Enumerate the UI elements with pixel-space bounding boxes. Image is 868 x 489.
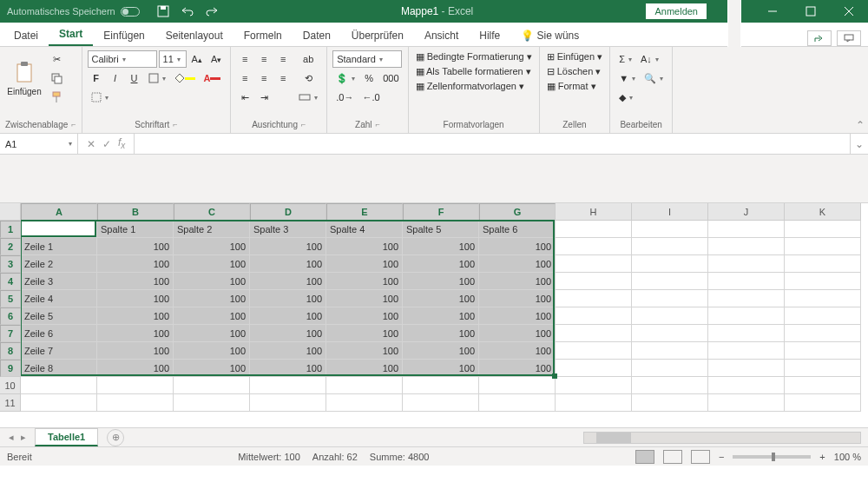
number-launcher-icon[interactable]: ⌐ bbox=[375, 120, 379, 129]
cell[interactable]: 100 bbox=[403, 360, 479, 377]
cell[interactable]: Zeile 8 bbox=[21, 360, 97, 377]
decrease-decimal-icon[interactable]: ←.0 bbox=[358, 89, 383, 106]
tab-daten[interactable]: Daten bbox=[293, 25, 341, 46]
cell[interactable]: 100 bbox=[403, 238, 479, 255]
cell[interactable]: 100 bbox=[97, 238, 174, 255]
cell[interactable] bbox=[708, 325, 785, 342]
cell[interactable] bbox=[708, 255, 785, 273]
format-cells-button[interactable]: ▦ Format ▾ bbox=[545, 80, 598, 93]
copy-icon[interactable] bbox=[47, 69, 66, 87]
cell[interactable]: 100 bbox=[97, 360, 174, 377]
cell[interactable]: Spalte 3 bbox=[250, 221, 326, 238]
cell[interactable] bbox=[785, 307, 861, 325]
cell[interactable] bbox=[250, 377, 326, 394]
tab-datei[interactable]: Datei bbox=[3, 25, 49, 46]
cell[interactable] bbox=[785, 394, 861, 412]
zoom-level[interactable]: 100 % bbox=[834, 452, 861, 462]
cell[interactable]: 100 bbox=[250, 325, 326, 342]
cell[interactable]: 100 bbox=[403, 290, 479, 307]
column-header[interactable]: F bbox=[403, 203, 479, 221]
font-name-select[interactable]: Calibri▾ bbox=[88, 50, 157, 68]
cell[interactable]: 100 bbox=[403, 255, 479, 273]
merge-icon[interactable]: ▾ bbox=[295, 89, 321, 106]
cell[interactable] bbox=[556, 221, 632, 238]
cell[interactable] bbox=[708, 273, 785, 290]
name-box[interactable]: A1▾ bbox=[0, 134, 78, 154]
cell[interactable] bbox=[250, 394, 326, 412]
cell[interactable] bbox=[174, 394, 250, 412]
zoom-out-icon[interactable]: − bbox=[719, 452, 724, 462]
cell[interactable]: 100 bbox=[479, 255, 556, 273]
cell[interactable]: 100 bbox=[97, 342, 174, 360]
column-header[interactable]: I bbox=[632, 203, 708, 221]
tab-hilfe[interactable]: Hilfe bbox=[469, 25, 510, 46]
align-top-icon[interactable]: ≡ bbox=[236, 50, 253, 68]
cell[interactable] bbox=[785, 290, 861, 307]
borders-menu-icon[interactable]: ▾ bbox=[88, 89, 112, 106]
border-icon[interactable]: ▾ bbox=[145, 69, 169, 87]
fill-color-icon[interactable] bbox=[171, 69, 199, 87]
cell[interactable] bbox=[556, 360, 632, 377]
tab-einfuegen[interactable]: Einfügen bbox=[93, 25, 155, 46]
bold-button[interactable]: F bbox=[88, 69, 105, 87]
enter-formula-icon[interactable]: ✓ bbox=[102, 138, 111, 150]
cell[interactable] bbox=[785, 325, 861, 342]
sheet-tab-active[interactable]: Tabelle1 bbox=[35, 428, 98, 446]
cell[interactable] bbox=[785, 221, 861, 238]
cell[interactable] bbox=[708, 307, 785, 325]
cancel-formula-icon[interactable]: ✕ bbox=[87, 138, 95, 150]
cell[interactable]: 100 bbox=[479, 342, 556, 360]
cell[interactable] bbox=[785, 377, 861, 394]
row-header[interactable]: 11 bbox=[0, 394, 21, 412]
cell[interactable]: 100 bbox=[326, 342, 403, 360]
cell[interactable]: 100 bbox=[326, 360, 403, 377]
cell[interactable]: 100 bbox=[250, 307, 326, 325]
cell[interactable] bbox=[632, 342, 708, 360]
cell[interactable]: 100 bbox=[403, 273, 479, 290]
signin-button[interactable]: Anmelden bbox=[646, 3, 707, 19]
cell[interactable]: 100 bbox=[174, 273, 250, 290]
cell[interactable] bbox=[785, 238, 861, 255]
cell[interactable] bbox=[97, 377, 174, 394]
cell[interactable] bbox=[556, 342, 632, 360]
cell[interactable]: 100 bbox=[250, 360, 326, 377]
conditional-formatting-button[interactable]: ▦ Bedingte Formatierung ▾ bbox=[414, 50, 534, 63]
add-sheet-button[interactable]: ⊕ bbox=[107, 429, 124, 446]
delete-cells-button[interactable]: ⊟ Löschen ▾ bbox=[545, 65, 603, 78]
cell[interactable]: Zeile 7 bbox=[21, 342, 97, 360]
decrease-font-icon[interactable]: A▾ bbox=[207, 50, 225, 68]
share-button[interactable] bbox=[807, 30, 832, 46]
undo-icon[interactable] bbox=[180, 3, 195, 19]
indent-increase-icon[interactable]: ⇥ bbox=[255, 89, 273, 106]
cell[interactable]: Zeile 6 bbox=[21, 325, 97, 342]
row-header[interactable]: 2 bbox=[0, 238, 21, 255]
cell[interactable]: 100 bbox=[97, 273, 174, 290]
insert-cells-button[interactable]: ⊞ Einfügen ▾ bbox=[545, 50, 605, 63]
align-center-icon[interactable]: ≡ bbox=[255, 69, 273, 87]
cell[interactable]: Spalte 1 bbox=[97, 221, 174, 238]
column-header[interactable]: D bbox=[250, 203, 326, 221]
cell[interactable] bbox=[632, 221, 708, 238]
cell[interactable]: Zeile 2 bbox=[21, 255, 97, 273]
cell[interactable] bbox=[556, 255, 632, 273]
cell[interactable] bbox=[326, 394, 403, 412]
minimize-icon[interactable] bbox=[753, 0, 792, 23]
cell[interactable]: 100 bbox=[174, 360, 250, 377]
cell[interactable]: 100 bbox=[403, 342, 479, 360]
font-color-icon[interactable]: A bbox=[201, 69, 225, 87]
cell[interactable] bbox=[785, 255, 861, 273]
comma-icon[interactable]: 000 bbox=[379, 69, 402, 87]
sheet-prev-icon[interactable]: ◂ bbox=[9, 432, 14, 443]
cell[interactable] bbox=[479, 377, 556, 394]
cell[interactable]: 100 bbox=[97, 307, 174, 325]
expand-formula-bar-icon[interactable]: ⌄ bbox=[851, 134, 868, 154]
cell[interactable]: Spalte 2 bbox=[174, 221, 250, 238]
column-header[interactable]: J bbox=[708, 203, 785, 221]
cell[interactable] bbox=[403, 394, 479, 412]
cell[interactable]: 100 bbox=[326, 307, 403, 325]
cell[interactable] bbox=[708, 221, 785, 238]
cell[interactable]: 100 bbox=[403, 307, 479, 325]
cell[interactable]: 100 bbox=[97, 290, 174, 307]
cell[interactable] bbox=[21, 394, 97, 412]
column-header[interactable]: G bbox=[479, 203, 556, 221]
